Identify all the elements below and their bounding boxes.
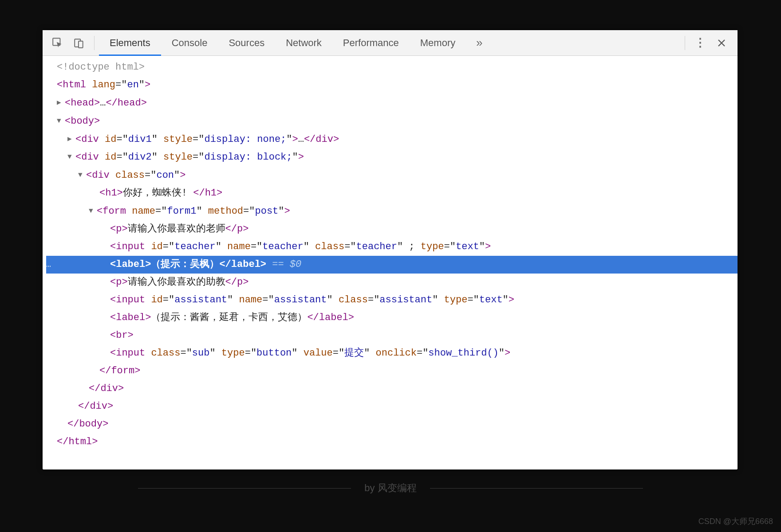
- divider: [430, 488, 643, 489]
- kebab-menu-icon[interactable]: ⋮: [692, 35, 708, 51]
- collapse-arrow-icon[interactable]: ▼: [67, 148, 75, 166]
- tab-sources[interactable]: Sources: [218, 30, 275, 56]
- devtools-toolbar: Elements Console Sources Network Perform…: [43, 30, 738, 56]
- gutter-ellipsis-icon: …: [45, 256, 56, 274]
- dom-node[interactable]: <html lang="en">: [46, 76, 738, 94]
- toolbar-separator: [94, 36, 95, 50]
- dom-node[interactable]: ▼<form name="form1" method="post">: [46, 202, 738, 220]
- close-icon[interactable]: [714, 35, 730, 51]
- dom-node[interactable]: </form>: [46, 362, 738, 380]
- dom-node[interactable]: <!doctype html>: [46, 59, 738, 76]
- devtools-panel: Elements Console Sources Network Perform…: [43, 30, 738, 469]
- collapse-arrow-icon[interactable]: ▼: [89, 202, 97, 220]
- dom-node[interactable]: <input id="assistant" name="assistant" c…: [46, 291, 738, 309]
- dom-node[interactable]: ▶<head>…</head>: [46, 94, 738, 112]
- dom-node[interactable]: ▼<div class="con">: [46, 166, 738, 184]
- tab-performance[interactable]: Performance: [332, 30, 410, 56]
- collapse-arrow-icon[interactable]: ▼: [78, 166, 86, 184]
- dom-node[interactable]: ▼<body>: [46, 112, 738, 130]
- dom-node[interactable]: <input id="teacher" name="teacher" class…: [46, 238, 738, 256]
- dom-node[interactable]: </body>: [46, 415, 738, 433]
- elements-tree[interactable]: <!doctype html> <html lang="en"> ▶<head>…: [43, 56, 738, 469]
- footer-credit: by 风变编程: [0, 481, 781, 495]
- dom-node[interactable]: <p>请输入你最喜欢的老师</p>: [46, 220, 738, 238]
- footer-text: by 风变编程: [364, 481, 416, 495]
- tab-network[interactable]: Network: [275, 30, 332, 56]
- dom-node[interactable]: <input class="sub" type="button" value="…: [46, 344, 738, 362]
- dom-node[interactable]: <label>（提示：酱酱，延君，卡西，艾德）</label>: [46, 309, 738, 327]
- toolbar-separator: [685, 36, 685, 50]
- expand-arrow-icon[interactable]: ▶: [57, 94, 65, 112]
- more-tabs-icon[interactable]: »: [471, 35, 487, 51]
- dom-node-selected[interactable]: … <label>（提示：吴枫）</label> == $0: [46, 256, 738, 274]
- svg-rect-2: [79, 41, 83, 47]
- tab-console[interactable]: Console: [161, 30, 218, 56]
- divider: [138, 488, 351, 489]
- tab-memory[interactable]: Memory: [410, 30, 466, 56]
- device-toggle-icon[interactable]: [71, 35, 87, 51]
- tab-elements[interactable]: Elements: [99, 30, 161, 56]
- collapse-arrow-icon[interactable]: ▼: [57, 112, 65, 130]
- dom-node[interactable]: <br>: [46, 327, 738, 344]
- dom-node[interactable]: ▶<div id="div1" style="display: none;">……: [46, 130, 738, 149]
- dom-node[interactable]: </html>: [46, 433, 738, 451]
- dom-node[interactable]: </div>: [46, 380, 738, 398]
- inspect-icon[interactable]: [50, 35, 66, 51]
- expand-arrow-icon[interactable]: ▶: [67, 130, 75, 148]
- dom-node[interactable]: </div>: [46, 398, 738, 415]
- dom-node[interactable]: <p>请输入你最喜欢的助教</p>: [46, 274, 738, 291]
- dom-node[interactable]: ▼<div id="div2" style="display: block;">: [46, 148, 738, 166]
- dom-node[interactable]: <h1>你好，蜘蛛侠! </h1>: [46, 184, 738, 202]
- watermark-text: CSDN @大师兄6668: [698, 516, 773, 527]
